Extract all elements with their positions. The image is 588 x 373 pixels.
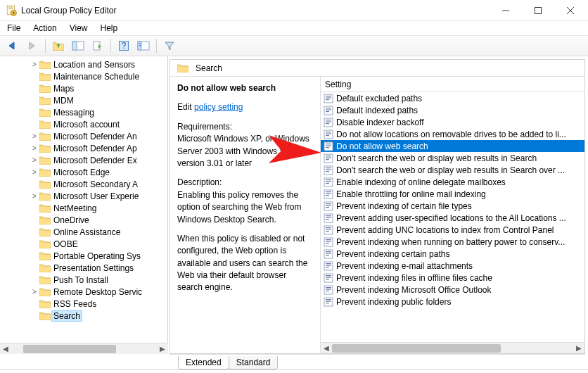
tree-expand-icon[interactable] bbox=[31, 108, 38, 116]
tree-item[interactable]: Messaging bbox=[0, 106, 167, 118]
tree-item[interactable]: >Location and Sensors bbox=[0, 58, 167, 70]
tree-item[interactable]: OneDrive bbox=[0, 214, 167, 226]
tree-item[interactable]: >Microsoft Defender Ex bbox=[0, 154, 167, 166]
settings-list[interactable]: Setting Default excluded pathsDefault in… bbox=[320, 77, 584, 353]
export-button[interactable] bbox=[89, 38, 106, 53]
tree-expand-icon[interactable] bbox=[31, 96, 38, 104]
list-item[interactable]: Prevent adding user-specified locations … bbox=[321, 212, 584, 224]
tree-item[interactable]: OOBE bbox=[0, 238, 167, 250]
tree-expand-icon[interactable] bbox=[31, 276, 38, 284]
tree-panel[interactable]: >Location and Sensors Maintenance Schedu… bbox=[0, 56, 168, 354]
tree-item[interactable]: Microsoft Secondary A bbox=[0, 178, 167, 190]
menu-view[interactable]: View bbox=[70, 23, 88, 33]
tree-expand-icon[interactable] bbox=[31, 120, 38, 128]
tree-expand-icon[interactable]: > bbox=[31, 156, 38, 164]
tree-expand-icon[interactable] bbox=[31, 180, 38, 188]
tree-item[interactable]: Portable Operating Sys bbox=[0, 250, 167, 262]
list-item[interactable]: Prevent indexing public folders bbox=[321, 296, 584, 308]
list-item[interactable]: Don't search the web or display web resu… bbox=[321, 152, 584, 164]
properties-button[interactable] bbox=[135, 38, 152, 53]
tree-item[interactable]: Presentation Settings bbox=[0, 262, 167, 274]
menu-file[interactable]: File bbox=[7, 23, 20, 33]
tree-item[interactable]: >Microsoft Defender An bbox=[0, 130, 167, 142]
back-button[interactable] bbox=[4, 38, 21, 53]
edit-label: Edit bbox=[177, 102, 192, 112]
list-item[interactable]: Prevent indexing files in offline files … bbox=[321, 272, 584, 284]
tree-expand-icon[interactable] bbox=[31, 72, 38, 80]
list-item[interactable]: Enable indexing of online delegate mailb… bbox=[321, 176, 584, 188]
list-item-label: Enable throttling for online mail indexi… bbox=[336, 189, 486, 199]
minimize-button[interactable] bbox=[490, 0, 522, 21]
maximize-button[interactable] bbox=[522, 0, 554, 21]
tree-expand-icon[interactable]: > bbox=[31, 288, 38, 296]
scroll-left-icon[interactable]: ◀ bbox=[0, 343, 11, 355]
tree-expand-icon[interactable] bbox=[31, 228, 38, 236]
svg-rect-11 bbox=[72, 42, 77, 50]
list-item[interactable]: Don't search the web or display web resu… bbox=[321, 164, 584, 176]
tree-item[interactable]: RSS Feeds bbox=[0, 298, 167, 310]
menu-action[interactable]: Action bbox=[33, 23, 56, 33]
menu-help[interactable]: Help bbox=[101, 23, 118, 33]
list-item[interactable]: Prevent indexing when running on battery… bbox=[321, 236, 584, 248]
list-item[interactable]: Default indexed paths bbox=[321, 104, 584, 116]
tree-expand-icon[interactable]: > bbox=[31, 192, 38, 200]
tree-item[interactable]: >Microsoft User Experie bbox=[0, 190, 167, 202]
scroll-right-icon[interactable]: ▶ bbox=[157, 343, 168, 355]
list-item[interactable]: Prevent indexing e-mail attachments bbox=[321, 260, 584, 272]
setting-icon bbox=[324, 249, 333, 259]
tree-expand-icon[interactable] bbox=[31, 264, 38, 272]
tree-item[interactable]: MDM bbox=[0, 94, 167, 106]
tree-expand-icon[interactable] bbox=[31, 84, 38, 92]
list-item[interactable]: Prevent indexing certain paths bbox=[321, 248, 584, 260]
folder-icon bbox=[39, 299, 51, 308]
tab-extended[interactable]: Extended bbox=[178, 356, 229, 369]
tree-item[interactable]: >Remote Desktop Servic bbox=[0, 286, 167, 298]
list-item[interactable]: Prevent indexing of certain file types bbox=[321, 200, 584, 212]
up-button[interactable] bbox=[50, 38, 67, 53]
list-item[interactable]: Enable throttling for online mail indexi… bbox=[321, 188, 584, 200]
tree-expand-icon[interactable] bbox=[31, 312, 38, 320]
tree-expand-icon[interactable]: > bbox=[31, 144, 38, 152]
tree-item[interactable]: NetMeeting bbox=[0, 202, 167, 214]
scroll-left-icon[interactable]: ◀ bbox=[321, 343, 332, 354]
filter-button[interactable] bbox=[161, 38, 178, 53]
tree-expand-icon[interactable]: > bbox=[31, 168, 38, 176]
edit-policy-link[interactable]: policy setting bbox=[194, 102, 243, 112]
forward-button[interactable] bbox=[24, 38, 41, 53]
close-button[interactable] bbox=[554, 0, 587, 21]
tree-item-label: OOBE bbox=[53, 239, 78, 249]
tree-expand-icon[interactable]: > bbox=[31, 132, 38, 140]
tree-item[interactable]: Maintenance Schedule bbox=[0, 70, 167, 82]
scroll-right-icon[interactable]: ▶ bbox=[573, 343, 584, 354]
list-item[interactable]: Prevent adding UNC locations to index fr… bbox=[321, 224, 584, 236]
setting-icon bbox=[324, 201, 333, 211]
list-item[interactable]: Do not allow locations on removable driv… bbox=[321, 128, 584, 140]
tree-item[interactable]: Maps bbox=[0, 82, 167, 94]
list-header[interactable]: Setting bbox=[321, 77, 584, 92]
list-item[interactable]: Prevent indexing Microsoft Office Outloo… bbox=[321, 284, 584, 296]
help-button[interactable]: ? bbox=[115, 38, 132, 53]
tree-item[interactable]: >Microsoft Defender Ap bbox=[0, 142, 167, 154]
tree-item[interactable]: Push To Install bbox=[0, 274, 167, 286]
tree-expand-icon[interactable] bbox=[31, 252, 38, 260]
tree-expand-icon[interactable] bbox=[31, 240, 38, 248]
tree-item[interactable]: Online Assistance bbox=[0, 226, 167, 238]
tree-expand-icon[interactable] bbox=[31, 300, 38, 308]
list-item[interactable]: Default excluded paths bbox=[321, 92, 584, 104]
list-item[interactable]: Disable indexer backoff bbox=[321, 116, 584, 128]
tree-item[interactable]: >Microsoft Edge bbox=[0, 166, 167, 178]
tree-item-label: Push To Install bbox=[53, 275, 108, 285]
list-item[interactable]: Do not allow web search bbox=[321, 140, 584, 152]
folder-icon bbox=[39, 311, 51, 320]
tree-expand-icon[interactable]: > bbox=[31, 61, 38, 68]
tree-expand-icon[interactable] bbox=[31, 216, 38, 224]
tree-expand-icon[interactable] bbox=[31, 204, 38, 212]
tree-h-scrollbar[interactable]: ◀ ▶ bbox=[0, 343, 168, 354]
tab-standard[interactable]: Standard bbox=[229, 356, 279, 369]
folder-icon bbox=[39, 84, 51, 93]
tree-item[interactable]: Microsoft account bbox=[0, 118, 167, 130]
show-hide-tree-button[interactable] bbox=[70, 38, 87, 53]
status-bar: 41 setting(s) bbox=[0, 369, 588, 373]
tree-item[interactable]: Search bbox=[0, 310, 167, 322]
list-h-scrollbar[interactable]: ◀ ▶ bbox=[321, 342, 584, 353]
